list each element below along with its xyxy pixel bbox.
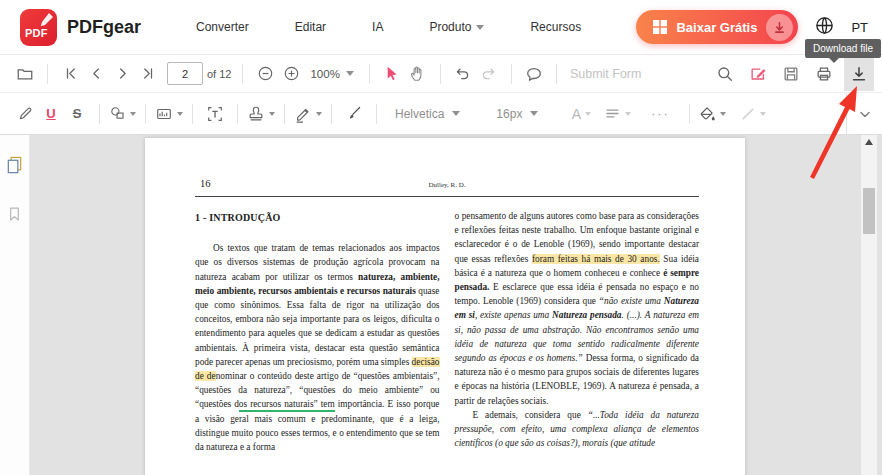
print-button[interactable] bbox=[811, 59, 837, 89]
divider bbox=[192, 104, 193, 124]
divider bbox=[47, 64, 48, 84]
submit-form-button[interactable]: Submit Form bbox=[570, 67, 642, 81]
align-button[interactable] bbox=[604, 99, 631, 129]
paragraph: o pensamento de alguns autores como base… bbox=[455, 209, 700, 408]
chevron-down-icon bbox=[585, 112, 591, 116]
search-button[interactable] bbox=[712, 59, 738, 89]
line-style-button[interactable] bbox=[740, 99, 766, 129]
running-head: Dulley, R. D. bbox=[195, 181, 699, 189]
strikethrough-button[interactable]: S bbox=[64, 99, 90, 129]
scrollbar-thumb[interactable] bbox=[863, 188, 875, 234]
zoom-out-button[interactable] bbox=[252, 59, 278, 89]
zoom-level-select[interactable]: 100% bbox=[304, 68, 359, 80]
divider bbox=[242, 64, 243, 84]
signature-button[interactable] bbox=[294, 99, 322, 129]
zoom-level-value: 100% bbox=[310, 68, 339, 80]
first-page-icon bbox=[63, 66, 78, 81]
font-family-select[interactable]: Helvetica bbox=[391, 107, 464, 121]
hand-tool-button[interactable] bbox=[405, 59, 431, 89]
chevron-down-icon bbox=[857, 106, 873, 122]
logo-text: PDF bbox=[25, 27, 48, 39]
text-box-button[interactable] bbox=[202, 99, 228, 129]
pages-icon bbox=[5, 155, 24, 176]
stamp-button[interactable] bbox=[247, 99, 275, 129]
divider bbox=[99, 104, 100, 124]
nav-recursos[interactable]: Recursos bbox=[530, 20, 581, 34]
main-area: 16 Dulley, R. D. 1 - INTRODUÇÃO Os texto… bbox=[0, 135, 882, 475]
page-number-input[interactable] bbox=[167, 62, 203, 85]
globe-icon[interactable] bbox=[814, 15, 835, 40]
first-page-button[interactable] bbox=[57, 59, 83, 89]
undo-button[interactable] bbox=[450, 59, 476, 89]
brush-button[interactable] bbox=[341, 99, 367, 129]
divider bbox=[440, 64, 441, 84]
divider bbox=[237, 104, 238, 124]
chevron-down-icon bbox=[269, 112, 275, 116]
underline-button[interactable]: U bbox=[38, 99, 64, 129]
zoom-in-button[interactable] bbox=[278, 59, 304, 89]
open-file-button[interactable] bbox=[12, 59, 38, 89]
font-size-value: 16px bbox=[496, 107, 522, 121]
section-heading: 1 - INTRODUÇÃO bbox=[195, 211, 440, 225]
chevron-down-icon bbox=[720, 112, 726, 116]
font-color-button[interactable]: A bbox=[568, 99, 594, 129]
chevron-down-icon bbox=[760, 112, 766, 116]
chevron-left-icon bbox=[89, 66, 104, 81]
download-badge-icon bbox=[766, 14, 793, 41]
bookmark-icon bbox=[6, 205, 23, 223]
chevron-down-icon bbox=[530, 111, 538, 116]
paint-bucket-icon bbox=[699, 105, 716, 122]
last-page-icon bbox=[141, 66, 156, 81]
divider bbox=[369, 64, 370, 84]
shapes-button[interactable] bbox=[109, 99, 136, 129]
form-edit-icon bbox=[749, 65, 767, 83]
chevron-down-icon bbox=[625, 112, 631, 116]
page-header: 16 Dulley, R. D. bbox=[195, 178, 699, 194]
download-tooltip: Download file bbox=[805, 39, 881, 58]
paragraph: E ademais, considera que “...Toda idéia … bbox=[455, 408, 700, 451]
nav-produto[interactable]: Produto bbox=[429, 20, 484, 34]
text-columns: 1 - INTRODUÇÃO Os textos que tratam de t… bbox=[195, 209, 699, 454]
prev-page-button[interactable] bbox=[83, 59, 109, 89]
divider bbox=[376, 104, 377, 124]
collapse-toolbar-button[interactable] bbox=[846, 93, 882, 134]
vertical-scrollbar[interactable] bbox=[861, 135, 877, 475]
nav-converter[interactable]: Converter bbox=[196, 20, 249, 34]
divider bbox=[284, 104, 285, 124]
thumbnails-panel-button[interactable] bbox=[5, 155, 24, 179]
redo-button[interactable] bbox=[476, 59, 502, 89]
last-page-button[interactable] bbox=[135, 59, 161, 89]
image-button[interactable] bbox=[155, 99, 183, 129]
fill-color-button[interactable] bbox=[699, 99, 726, 129]
select-tool-button[interactable] bbox=[379, 59, 405, 89]
toolbar-right-cluster bbox=[712, 57, 874, 91]
next-page-button[interactable] bbox=[109, 59, 135, 89]
header-rule bbox=[195, 196, 699, 197]
shapes-icon bbox=[109, 105, 126, 122]
more-options-button[interactable]: ··· bbox=[647, 99, 673, 129]
pdfgear-logo[interactable]: PDF bbox=[20, 9, 57, 46]
hand-icon bbox=[409, 65, 426, 82]
undo-icon bbox=[454, 65, 471, 82]
redo-icon bbox=[480, 65, 497, 82]
line-icon bbox=[740, 106, 756, 122]
document-canvas[interactable]: 16 Dulley, R. D. 1 - INTRODUÇÃO Os texto… bbox=[30, 135, 882, 475]
highlight-pen-button[interactable] bbox=[12, 99, 38, 129]
comment-icon bbox=[525, 65, 543, 83]
pdf-page[interactable]: 16 Dulley, R. D. 1 - INTRODUÇÃO Os texto… bbox=[145, 138, 745, 475]
form-edit-button[interactable] bbox=[745, 59, 771, 89]
nav-ia[interactable]: IA bbox=[372, 20, 383, 34]
download-free-label: Baixar Grátis bbox=[676, 20, 757, 35]
scroll-up-icon[interactable] bbox=[865, 139, 873, 145]
format-toolbar: U S Helvetica bbox=[0, 93, 882, 135]
nav-editar[interactable]: Editar bbox=[295, 20, 326, 34]
save-button[interactable] bbox=[778, 59, 804, 89]
bookmarks-panel-button[interactable] bbox=[6, 205, 23, 226]
main-toolbar: of 12 100% Submit Form bbox=[0, 55, 882, 93]
search-icon bbox=[716, 65, 734, 83]
comment-button[interactable] bbox=[521, 59, 547, 89]
download-free-button[interactable]: Baixar Grátis bbox=[636, 10, 798, 44]
font-size-select[interactable]: 16px bbox=[492, 107, 542, 121]
download-file-button[interactable] bbox=[844, 57, 874, 91]
language-selector[interactable]: PT bbox=[851, 20, 868, 35]
